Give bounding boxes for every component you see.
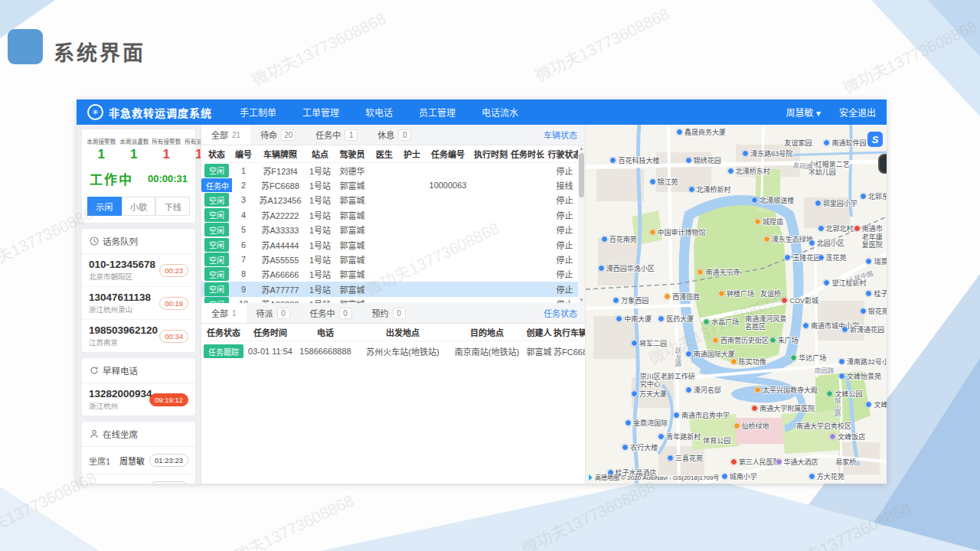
tab-休息[interactable]: 休息0 [368,125,421,145]
table-row[interactable]: 空闲1苏F123f41号站刘德华停止 [201,163,585,178]
table-row[interactable]: 空闲3苏A1234561号站郭富城停止 [201,193,585,207]
cell-creator: 郭富城 [524,345,554,357]
cell-station: 1号站 [305,253,335,266]
column-header: 执行时刻 [471,148,511,160]
map-canvas[interactable]: 鑫晟商务大厦南通软件园友谊家园百花科技大楼锦绣花园濠东路63号院小红帽第二艺术幼… [586,125,887,484]
table-row[interactable]: 空闲6苏A444441号站郭富城停止 [201,237,585,252]
cell-station: 1号站 [305,179,335,191]
tab-count: 0 [393,308,406,319]
cell-status: 空闲 [201,267,232,281]
tab-预约[interactable]: 预约0 [362,303,416,323]
tab-count: 0 [339,308,352,319]
call-region: 浙江杭州 [89,400,149,411]
cell-station: 1号站 [305,223,335,236]
nav-item-4[interactable]: 电话流水 [482,106,518,119]
tab-count: 0 [277,308,290,319]
cell-plate: 苏FC6688 [255,179,305,191]
stat-item: 所有接警数1 [150,136,183,162]
cell-no: 1 [232,166,255,175]
tab-全部[interactable]: 全部21 [201,125,250,145]
scrollbar-thumb[interactable] [579,153,584,197]
logout-button[interactable]: 安全退出 [839,106,876,119]
cell-plate: 苏F123f4 [255,165,305,177]
nav-item-3[interactable]: 员工管理 [419,106,456,119]
watermark-text: 微功夫13773608868 [531,2,672,86]
tab-任务中[interactable]: 任务中1 [305,125,368,145]
column-header: 编号 [232,148,255,160]
status-badge: 任务中 [201,178,232,192]
stats-card: 本周接警数1本周派遣数1所有接警数1所有派遣数1 工作中 00:00:31 示闲… [82,129,195,223]
status-badge: 空闲 [204,193,229,207]
column-header: 护士 [399,148,425,160]
scroll-up-icon[interactable]: ▲ [578,146,585,151]
status-button-示闲[interactable]: 示闲 [87,197,122,216]
status-badge: 空闲 [204,164,229,178]
table-row[interactable]: 空闲4苏A222221号站郭富城停止 [201,207,585,222]
tab-待派[interactable]: 待派0 [247,303,300,323]
status-button-下线[interactable]: 下线 [155,197,190,216]
tab-任务中[interactable]: 任务中0 [300,303,362,323]
title-accent-square [8,29,43,64]
cell-station: 1号站 [305,194,335,206]
task-status-badge: 任务跟踪 [204,344,243,358]
nav-item-2[interactable]: 软电话 [365,106,393,119]
call-number: 198503962120 [89,324,159,336]
cell-plate: 苏A55555 [255,253,305,266]
call-list-item[interactable]: 198503962120江苏南京00:34 [82,320,195,352]
table-row[interactable]: 空闲9苏A777771号站郭富城停止 [201,282,585,296]
cell-plate: 苏A88888 [255,298,305,303]
cell-plate: 苏A77777 [255,283,305,295]
stat-label: 所有接警数 [152,137,181,145]
agent-seat: 坐席1 [89,455,119,467]
cell-no: 9 [232,285,255,294]
cell-status: 空闲 [201,223,232,236]
user-dropdown[interactable]: 周慧敏 ▾ [786,106,821,119]
cell-plate: 苏A44444 [255,239,305,251]
cell-station: 1号站 [305,209,335,221]
cell-plate: 苏A66666 [255,268,305,280]
cell-vehicle: 苏FC6688 [554,345,585,357]
cell-driver: 郭富城 [335,283,370,295]
call-list-item[interactable]: 010-12345678北京市朝阳区00:23 [82,254,195,287]
table-row[interactable]: 空闲5苏A333331号站郭富城停止 [201,223,585,237]
tab-待命[interactable]: 待命20 [250,125,305,145]
call-info: 13282000934浙江杭州 [89,388,149,411]
agent-duration-badge: 02:12:32 [149,481,188,484]
cell-to: 南京南站(地铁站) [449,345,524,357]
stat-item: 所有派遣数1 [183,136,201,162]
agent-row: 坐席2舒信芳02:12:32 [82,474,195,484]
tab-count: 20 [281,129,296,141]
call-list-item[interactable]: 13047611138浙江杭州萧山00:19 [82,287,195,320]
stat-label: 本周接警数 [87,137,116,145]
table-row[interactable]: 空闲7苏A555551号站郭富城停止 [201,252,585,266]
nav-item-1[interactable]: 工单管理 [302,106,339,119]
call-info: 198503962120江苏南京 [89,324,159,347]
nav-menu: 手工制单工单管理软电话员工管理电话流水 [240,106,518,119]
tab-全部[interactable]: 全部1 [201,303,247,323]
cell-no: 8 [232,269,255,279]
tab-label: 全部 [211,307,228,319]
map-attribution: 高德地图 © 2020 AutoNavi - GS(2018)1709号 [589,473,719,481]
vehicle-table-scrollbar[interactable]: ▲ ▼ [578,145,585,303]
column-header: 创建人 [524,326,554,338]
table-row[interactable]: 任务跟踪03-01 11:5415866668888苏州火车站(地铁站)南京南站… [201,341,585,361]
status-badge: 空闲 [204,208,229,222]
nav-item-0[interactable]: 手工制单 [240,106,276,119]
table-row[interactable]: 任务中2苏FC66881号站郭富城10000063接线 [201,178,585,192]
watermark-text: 微功夫13773608868 [215,488,357,551]
column-header: 执行车辆 [554,326,585,338]
task-status-link[interactable]: 任务状态 [544,303,585,323]
cell-station: 1号站 [305,298,335,303]
scroll-down-icon[interactable]: ▼ [578,298,585,302]
work-status-label: 工作中 [90,169,133,188]
cell-status: 任务中 [201,178,232,192]
status-button-小歇[interactable]: 小歇 [122,197,156,216]
table-row[interactable]: 空闲10苏A888881号站郭富城停止 [201,297,585,303]
table-row[interactable]: 空闲8苏A666661号站郭富城停止 [201,267,585,282]
call-list-item[interactable]: 13282000934浙江杭州09:19:12 [82,383,195,416]
status-badge: 空闲 [204,282,229,296]
work-timer: 00:00:31 [148,173,188,184]
cell-status: 空闲 [201,282,232,296]
app-title: 非急救转运调度系统 [109,105,212,120]
vehicle-status-link[interactable]: 车辆状态 [544,125,585,145]
